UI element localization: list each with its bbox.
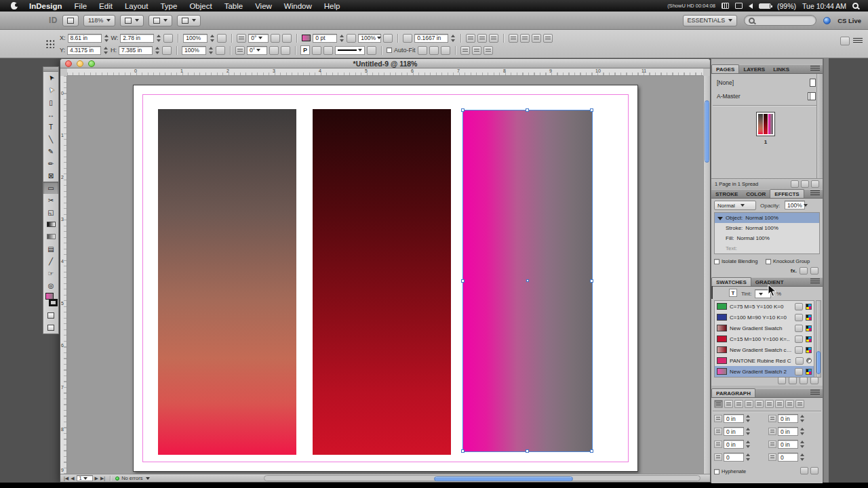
align-left-button[interactable] [714,400,723,408]
corner-radius-field[interactable]: 0.1667 in [414,34,448,43]
link-wh-icon[interactable] [162,46,172,55]
stroke-weight-field[interactable]: 0 pt [313,34,337,43]
menu-item-file[interactable]: File [68,2,94,10]
space-after-field[interactable]: 0 in [778,440,798,449]
page-number-field[interactable]: 1 [77,475,93,481]
autofit-checkbox[interactable] [387,47,392,53]
apply-color-button[interactable] [43,309,58,321]
left-indent-stepper[interactable] [745,414,751,423]
y-field[interactable]: 4.3175 in [67,46,101,55]
page-1-thumbnail[interactable] [756,112,775,136]
show-color-swatches-icon[interactable] [789,377,797,384]
space-before-stepper[interactable] [745,440,751,449]
menu-item-view[interactable]: View [249,2,278,10]
selection-center-point[interactable] [526,279,529,282]
new-swatch-icon[interactable] [800,377,808,384]
space-after-stepper[interactable] [800,440,805,449]
h-stepper[interactable] [155,46,160,55]
menu-item-indesign[interactable]: InDesign [23,2,68,10]
right-indent-field[interactable]: 0 in [778,414,798,423]
view-options-button[interactable] [120,15,144,26]
isolate-blending-checkbox[interactable] [714,259,719,264]
horizontal-scrollbar[interactable] [264,475,701,481]
first-line-indent-stepper[interactable] [745,427,751,436]
shear-angle-field[interactable]: 0° [247,46,267,55]
drop-shadow-icon[interactable] [383,34,393,43]
view-mode-button[interactable] [43,321,58,333]
justify-all-button[interactable] [775,400,784,408]
battery-percent[interactable]: (99%) [777,2,796,10]
delete-effect-icon[interactable] [810,267,818,274]
align-bottom-icon[interactable] [484,46,493,55]
bridge-button[interactable] [62,15,79,26]
paragraph-formatting-badge[interactable]: P [300,45,310,55]
gradient-feather-tool[interactable] [43,230,58,243]
w-stepper[interactable] [156,34,161,43]
zoom-tool[interactable]: ◎ [43,279,58,291]
fill-swatch[interactable] [45,293,54,300]
swatch-row[interactable]: C=15 M=100 Y=100 K=.. [715,333,814,344]
clear-effects-icon[interactable] [800,267,808,274]
h-field[interactable]: 7.385 in [119,46,153,55]
first-page-button[interactable]: |◀ [64,476,68,481]
pages-panel-menu-icon[interactable] [810,66,820,72]
x-field[interactable]: 8.61 in [68,34,102,43]
next-page-button[interactable]: ▶ [95,476,98,481]
tab-color[interactable]: COLOR [742,190,770,198]
align-middle-icon[interactable] [472,46,481,55]
align-to-baseline-off-icon[interactable] [800,467,808,474]
align-right-icon[interactable] [532,34,541,43]
align-to-baseline-on-icon[interactable] [810,467,818,474]
dock-collapse-strip[interactable] [823,58,829,483]
left-indent-field[interactable]: 0 in [724,414,744,423]
fill-stroke-widget[interactable] [43,291,58,309]
stroke-swatch[interactable] [49,299,58,306]
fit-frame-icon[interactable] [429,46,439,55]
zoom-level-select[interactable]: 118% [83,15,115,26]
tab-swatches[interactable]: SWATCHES [711,277,751,286]
pages-scrollbar[interactable] [816,74,823,178]
selection-handle[interactable] [461,279,465,283]
page-transitions-icon[interactable] [791,180,799,188]
menu-item-object[interactable]: Object [183,2,218,10]
eff ects-row-text[interactable]: Text: [715,243,819,253]
selection-handle[interactable] [590,449,593,453]
distribute-icon[interactable] [543,34,553,43]
vertical-scrollbar-thumb[interactable] [705,100,709,163]
select-content-icon[interactable] [323,46,333,55]
pen-tool[interactable]: ✎ [43,145,58,157]
new-page-icon[interactable] [801,180,809,188]
selection-handle[interactable] [461,108,465,112]
previous-page-button[interactable]: ◀ [71,476,74,481]
swatch-row[interactable]: C=75 M=5 Y=100 K=0 [715,301,814,312]
scale-y-stepper[interactable] [208,46,214,55]
tab-effects[interactable]: EFFECTS [770,189,804,198]
paragraph-panel-menu-icon[interactable] [810,390,820,396]
vertical-ruler[interactable]: 0 1 2 3 4 5 6 7 8 9 [60,76,67,474]
master-page-row-none[interactable]: [None] [711,77,816,89]
gradient-swatch-tool[interactable] [43,218,58,230]
opacity-field[interactable]: 100% [785,201,805,209]
first-line-indent-field[interactable]: 0 in [724,427,744,436]
search-input[interactable] [759,16,812,24]
workspace-switcher[interactable]: ESSENTIALS [683,15,738,26]
swatches-scrollbar-thumb[interactable] [816,351,821,374]
swatch-row[interactable]: C=100 M=90 Y=10 K=0 [715,312,814,323]
text-wrap-none-icon[interactable] [466,34,475,43]
flip-horizontal-icon[interactable] [282,34,292,43]
object-style-icon[interactable] [367,46,376,55]
rotate-ccw-icon[interactable] [269,46,279,55]
input-menu-icon[interactable] [735,3,743,9]
rotation-angle-field[interactable]: 0° [248,34,269,43]
tab-layers[interactable]: LAYERS [739,65,769,73]
cs-live-button[interactable]: CS Live [837,17,861,24]
fit-content-icon[interactable] [418,46,427,55]
align-away-spine-button[interactable] [795,400,804,408]
justify-last-left-button[interactable] [745,400,753,408]
align-left-icon[interactable] [509,34,518,43]
tab-paragraph[interactable]: PARAGRAPH [711,388,755,397]
menu-item-layout[interactable]: Layout [119,2,155,10]
corner-radius-stepper[interactable] [450,34,456,43]
selection-handle[interactable] [590,108,593,112]
effects-row-object[interactable]: Object: Normal 100% [715,213,819,223]
